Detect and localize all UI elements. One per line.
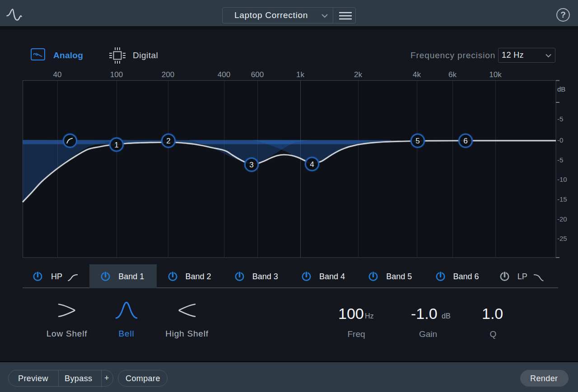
svg-text:1: 1 xyxy=(114,141,118,149)
svg-text:4: 4 xyxy=(310,160,314,169)
svg-text:5: 5 xyxy=(415,137,420,145)
svg-text:6: 6 xyxy=(463,137,467,145)
svg-text:3: 3 xyxy=(249,161,253,169)
svg-text:2: 2 xyxy=(166,137,170,145)
